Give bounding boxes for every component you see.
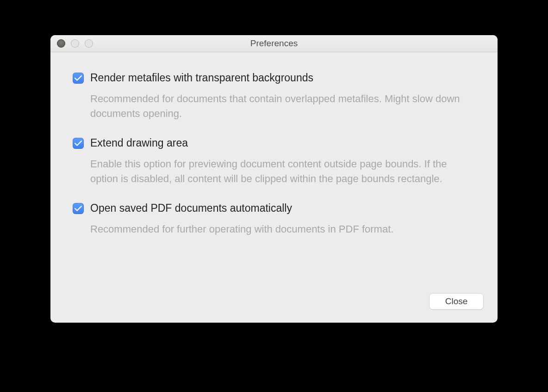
pref-desc-transparent-metafiles: Recommended for documents that contain o… [90,92,470,121]
window-title: Preferences [250,38,298,49]
checkbox-extend-drawing-area[interactable] [73,138,84,149]
pref-row-open-pdf-automatically: Open saved PDF documents automatically [73,201,475,215]
dialog-footer: Close [429,293,484,310]
pref-row-transparent-metafiles: Render metafiles with transparent backgr… [73,71,475,85]
pref-desc-extend-drawing-area: Enable this option for previewing docume… [90,157,470,186]
pref-label-extend-drawing-area: Extend drawing area [90,136,188,150]
titlebar: Preferences [50,35,498,52]
pref-label-transparent-metafiles: Render metafiles with transparent backgr… [90,71,313,85]
checkbox-transparent-metafiles[interactable] [73,73,84,84]
pref-label-open-pdf-automatically: Open saved PDF documents automatically [90,201,292,215]
checkmark-icon [75,140,82,147]
window-close-button[interactable] [57,39,65,48]
window-controls [57,39,93,48]
window-zoom-button[interactable] [85,39,93,48]
checkbox-open-pdf-automatically[interactable] [73,203,84,214]
preferences-content: Render metafiles with transparent backgr… [50,52,498,246]
pref-row-extend-drawing-area: Extend drawing area [73,136,475,150]
checkmark-icon [75,205,82,212]
preferences-window: Preferences Render metafiles with transp… [50,35,498,323]
pref-desc-open-pdf-automatically: Recommended for further operating with d… [90,222,470,237]
close-button[interactable]: Close [429,293,484,310]
window-minimize-button[interactable] [71,39,79,48]
checkmark-icon [75,75,82,81]
